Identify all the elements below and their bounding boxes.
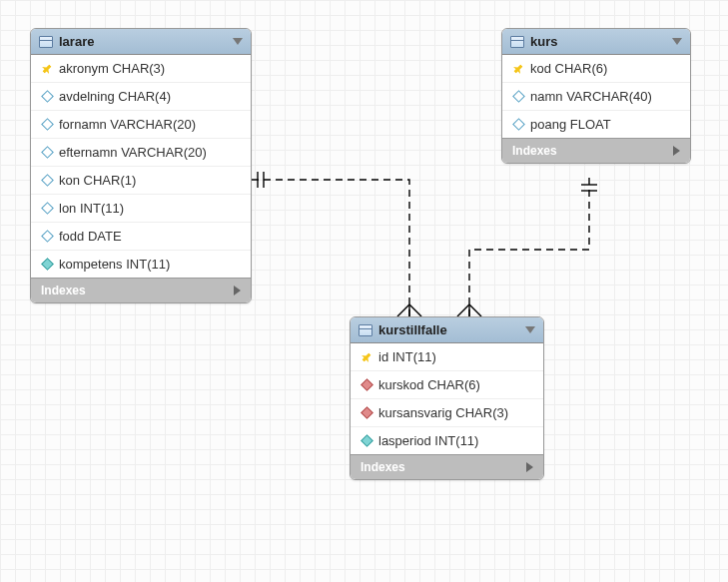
entity-title: larare — [59, 34, 227, 49]
column-kurskod[interactable]: kurskod CHAR(6) — [351, 370, 543, 398]
entity-title: kurs — [530, 34, 666, 49]
svg-line-4 — [409, 304, 421, 316]
rel-larare-kurstillfalle — [252, 172, 421, 316]
column-label: kurskod CHAR(6) — [378, 377, 480, 392]
diamond-icon — [512, 118, 525, 131]
diamond-icon — [41, 90, 54, 103]
fk-icon — [361, 378, 373, 391]
entity-kurstillfalle[interactable]: kurstillfalle id INT(11) kurskod CHAR(6)… — [350, 316, 544, 480]
entity-header-kurstillfalle[interactable]: kurstillfalle — [351, 317, 543, 343]
column-id[interactable]: id INT(11) — [351, 343, 543, 370]
column-kursansvarig[interactable]: kursansvarig CHAR(3) — [351, 398, 543, 426]
column-lon[interactable]: lon INT(11) — [31, 194, 251, 222]
column-label: poang FLOAT — [530, 117, 611, 132]
indexes-row[interactable]: Indexes — [351, 454, 543, 479]
column-label: kon CHAR(1) — [59, 173, 136, 188]
indexes-label: Indexes — [512, 144, 557, 158]
column-label: akronym CHAR(3) — [59, 61, 165, 76]
column-label: lon INT(11) — [59, 201, 124, 216]
column-label: efternamn VARCHAR(20) — [59, 145, 207, 160]
column-poang[interactable]: poang FLOAT — [502, 110, 690, 138]
columns-kurstillfalle: id INT(11) kurskod CHAR(6) kursansvarig … — [351, 343, 543, 454]
indexes-row[interactable]: Indexes — [31, 278, 251, 302]
entity-header-kurs[interactable]: kurs — [502, 29, 690, 55]
expand-icon — [673, 146, 680, 156]
entity-header-larare[interactable]: larare — [31, 29, 251, 55]
diamond-icon — [41, 230, 54, 243]
indexes-row[interactable]: Indexes — [502, 138, 690, 163]
diamond-icon — [41, 174, 54, 187]
columns-kurs: kod CHAR(6) namn VARCHAR(40) poang FLOAT — [502, 55, 690, 138]
column-label: namn VARCHAR(40) — [530, 89, 652, 104]
key-icon — [40, 61, 54, 75]
column-efternamn[interactable]: efternamn VARCHAR(20) — [31, 138, 251, 166]
column-label: kursansvarig CHAR(3) — [378, 405, 508, 420]
column-akronym[interactable]: akronym CHAR(3) — [31, 55, 251, 82]
column-kompetens[interactable]: kompetens INT(11) — [31, 250, 251, 278]
diamond-icon — [41, 202, 54, 215]
entity-kurs[interactable]: kurs kod CHAR(6) namn VARCHAR(40) poang … — [501, 28, 691, 164]
table-icon — [510, 36, 524, 48]
key-icon — [360, 349, 373, 363]
table-icon — [39, 36, 53, 48]
column-label: kod CHAR(6) — [530, 61, 607, 76]
diamond-icon — [41, 146, 54, 159]
collapse-icon[interactable] — [672, 38, 682, 45]
column-kod[interactable]: kod CHAR(6) — [502, 55, 690, 82]
column-lasperiod[interactable]: lasperiod INT(11) — [351, 426, 543, 454]
collapse-icon[interactable] — [233, 38, 243, 45]
column-label: kompetens INT(11) — [59, 257, 170, 272]
column-label: id INT(11) — [378, 349, 436, 364]
column-label: lasperiod INT(11) — [378, 433, 478, 448]
fk-icon — [361, 406, 373, 419]
column-namn[interactable]: namn VARCHAR(40) — [502, 82, 690, 110]
diamond-icon — [361, 434, 373, 447]
diamond-icon — [41, 118, 54, 131]
column-kon[interactable]: kon CHAR(1) — [31, 166, 251, 194]
entity-title: kurstillfalle — [378, 322, 519, 337]
entity-larare[interactable]: larare akronym CHAR(3) avdelning CHAR(4)… — [30, 28, 252, 303]
indexes-label: Indexes — [361, 460, 405, 474]
svg-line-7 — [457, 304, 469, 316]
column-label: fornamn VARCHAR(20) — [59, 117, 196, 132]
column-fornamn[interactable]: fornamn VARCHAR(20) — [31, 110, 251, 138]
diamond-icon — [512, 90, 525, 103]
expand-icon — [526, 462, 533, 472]
key-icon — [511, 61, 525, 75]
expand-icon — [234, 286, 241, 295]
collapse-icon[interactable] — [525, 326, 535, 333]
column-label: fodd DATE — [59, 229, 122, 244]
column-avdelning[interactable]: avdelning CHAR(4) — [31, 82, 251, 110]
svg-line-2 — [397, 304, 409, 316]
svg-line-9 — [469, 304, 481, 316]
rel-kurs-kurstillfalle — [457, 178, 597, 316]
diamond-icon — [41, 258, 54, 271]
column-fodd[interactable]: fodd DATE — [31, 222, 251, 250]
table-icon — [359, 324, 372, 336]
indexes-label: Indexes — [41, 284, 86, 297]
column-label: avdelning CHAR(4) — [59, 89, 171, 104]
columns-larare: akronym CHAR(3) avdelning CHAR(4) fornam… — [31, 55, 251, 278]
